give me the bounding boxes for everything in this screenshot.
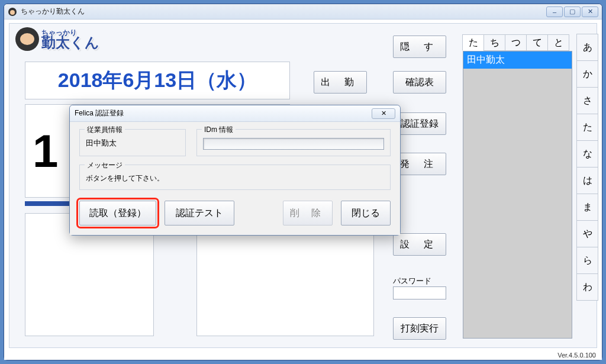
dialog-title: Felica 認証登録 xyxy=(75,108,124,118)
svg-point-1 xyxy=(10,10,15,15)
window-title: ちゃっかり勤太くん xyxy=(21,7,546,17)
settings-button[interactable]: 設 定 xyxy=(393,233,446,256)
kana-side-ra[interactable]: ら xyxy=(576,247,598,274)
logo-face-icon xyxy=(15,27,39,51)
kana-side-ta[interactable]: た xyxy=(576,114,598,141)
app-logo: ちゃっかり 勤太くん xyxy=(15,27,99,51)
dialog-close-button[interactable]: ✕ xyxy=(372,108,395,119)
auth-register-button[interactable]: 認証登録 xyxy=(393,112,446,135)
clock-partial: 1 xyxy=(33,124,58,178)
order-button[interactable]: 発 注 xyxy=(393,153,446,175)
delete-button[interactable]: 削 除 xyxy=(283,201,333,226)
employee-fieldset: 従業員情報 田中勤太 xyxy=(79,129,186,156)
employee-legend: 従業員情報 xyxy=(85,125,125,135)
date-text: 2018年6月13日（水） xyxy=(58,67,257,94)
password-label: パスワード xyxy=(393,276,431,286)
execute-button[interactable]: 打刻実行 xyxy=(393,317,446,340)
minimize-button[interactable]: – xyxy=(546,7,563,17)
close-button[interactable]: ✕ xyxy=(582,7,598,17)
window-controls: – ▢ ✕ xyxy=(546,7,598,17)
kana-top-row: た ち つ て と xyxy=(463,34,569,51)
kana-side-ha[interactable]: は xyxy=(576,167,598,194)
kana-tab-te[interactable]: て xyxy=(526,34,548,51)
kana-side-a[interactable]: あ xyxy=(576,34,598,61)
main-window: ちゃっかり勤太くん – ▢ ✕ ちゃっかり 勤太くん 2018年6月13日（水）… xyxy=(4,4,602,360)
message-fieldset: メッセージ ボタンを押して下さい。 xyxy=(79,165,391,190)
idm-fieldset: IDm 情報 xyxy=(196,129,391,156)
read-register-button[interactable]: 読取（登録） xyxy=(79,201,156,226)
hide-button[interactable]: 隠 す xyxy=(393,36,446,58)
employee-list-item[interactable]: 田中勤太 xyxy=(463,51,572,69)
maximize-button[interactable]: ▢ xyxy=(564,7,581,17)
idm-input[interactable] xyxy=(203,138,384,150)
message-text: ボタンを押して下さい。 xyxy=(86,170,384,183)
auth-test-button[interactable]: 認証テスト xyxy=(165,201,234,226)
idm-legend: IDm 情報 xyxy=(202,125,236,135)
attend-button[interactable]: 出 勤 xyxy=(314,71,367,94)
logo-text: ちゃっかり 勤太くん xyxy=(41,30,99,49)
kana-tab-tsu[interactable]: つ xyxy=(505,34,527,51)
kana-side-ya[interactable]: や xyxy=(576,220,598,247)
date-box: 2018年6月13日（水） xyxy=(25,62,290,99)
dialog-actions: 読取（登録） 認証テスト 削 除 閉じる xyxy=(79,201,391,226)
kana-side-wa[interactable]: わ xyxy=(576,273,598,301)
kana-tab-ta[interactable]: た xyxy=(462,34,484,51)
kana-side-na[interactable]: な xyxy=(576,140,598,167)
kana-tab-chi[interactable]: ち xyxy=(483,34,505,51)
kana-side-ma[interactable]: ま xyxy=(576,194,598,221)
employee-name: 田中勤太 xyxy=(86,134,179,149)
dialog-titlebar: Felica 認証登録 ✕ xyxy=(70,105,400,122)
dialog-close-button-2[interactable]: 閉じる xyxy=(341,201,391,226)
confirm-button[interactable]: 確認表 xyxy=(393,71,446,94)
version-label: Ver.4.5.0.100 xyxy=(557,352,596,359)
kana-side-ka[interactable]: か xyxy=(576,60,598,88)
app-icon xyxy=(8,7,17,17)
logo-title: 勤太くん xyxy=(41,34,99,50)
dialog-body: 従業員情報 田中勤太 IDm 情報 メッセージ ボタンを押して下さい。 読取（登… xyxy=(70,122,400,235)
message-legend: メッセージ xyxy=(85,160,125,170)
kana-tab-to[interactable]: と xyxy=(547,34,569,51)
kana-side-sa[interactable]: さ xyxy=(576,87,598,114)
felica-register-dialog: Felica 認証登録 ✕ 従業員情報 田中勤太 IDm 情報 メッセージ ボタ… xyxy=(69,105,401,236)
kana-side-column: あ か さ た な は ま や ら わ xyxy=(576,34,598,301)
employee-list[interactable]: 田中勤太 xyxy=(463,51,572,339)
window-titlebar: ちゃっかり勤太くん – ▢ ✕ xyxy=(4,4,602,20)
password-input[interactable] xyxy=(393,286,446,299)
